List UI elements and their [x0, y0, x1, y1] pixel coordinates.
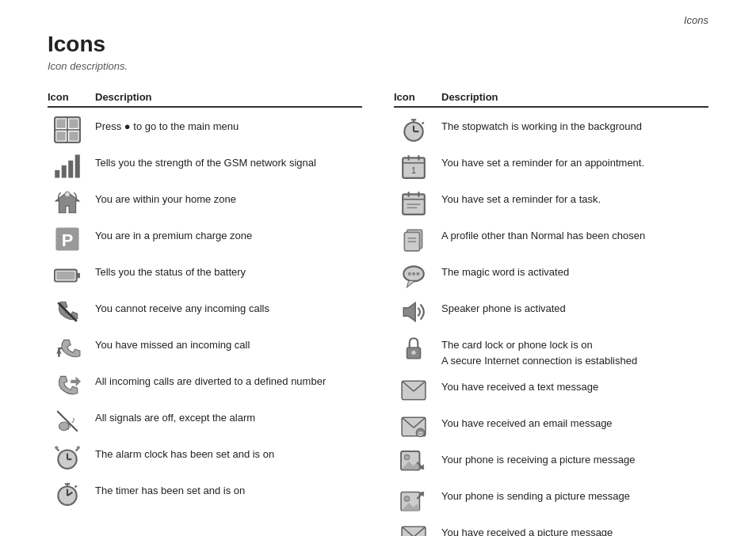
pic-send-icon: [394, 485, 433, 514]
svg-text:♪: ♪: [71, 414, 75, 424]
svg-point-76: [404, 454, 409, 459]
alarm-icon: [48, 443, 87, 472]
missed-call-icon: [48, 334, 87, 363]
home-zone-icon: [48, 188, 87, 217]
svg-rect-10: [75, 154, 80, 177]
premium-icon: P: [48, 225, 87, 253]
svg-text:@: @: [418, 430, 424, 437]
svg-rect-4: [69, 119, 78, 127]
list-item: @ You have received an email message: [394, 412, 708, 441]
right-icon-header: Icon: [394, 91, 433, 103]
left-col-header: Icon Description: [48, 91, 362, 108]
desc-cell: You have received a picture message: [441, 522, 708, 536]
page-container: Icons Icons Icon descriptions. Icon Desc…: [0, 0, 756, 536]
svg-point-30: [77, 446, 80, 449]
desc-cell: You have missed an incoming call: [95, 334, 362, 353]
svg-rect-17: [77, 273, 80, 278]
silent-icon: ♪ ♪: [48, 407, 87, 435]
email-msg-icon: @: [394, 412, 433, 441]
desc-cell: A profile other than Normal has been cho…: [441, 225, 708, 244]
desc-cell: You are in a premium charge zone: [95, 225, 362, 244]
desc-cell: You have received a text message: [441, 376, 708, 395]
signal-icon: [48, 152, 87, 181]
right-col-header: Icon Description: [394, 91, 708, 108]
desc-cell: The magic word is activated: [441, 261, 708, 280]
svg-marker-59: [407, 280, 416, 287]
svg-point-60: [408, 272, 411, 276]
desc-cell: All incoming calls are diverted to a def…: [95, 371, 362, 390]
list-item: All incoming calls are diverted to a def…: [48, 371, 362, 399]
desc-cell: The alarm clock has been set and is on: [95, 443, 362, 462]
desc-cell: Your phone is sending a picture message: [441, 485, 708, 504]
list-item: Tells you the strength of the GSM networ…: [48, 152, 362, 181]
svg-rect-7: [55, 170, 59, 178]
list-item: P You are in a premium charge zone: [48, 225, 362, 253]
speaker-icon: [394, 298, 433, 326]
svg-rect-3: [56, 119, 65, 127]
list-item: You are within your home zone: [48, 188, 362, 217]
svg-rect-85: [402, 526, 426, 536]
svg-point-12: [65, 192, 70, 196]
top-right-label: Icons: [684, 14, 708, 26]
svg-rect-16: [56, 272, 74, 280]
no-calls-icon: [48, 298, 87, 326]
list-item: The stopwatch is working in the backgrou…: [394, 116, 708, 144]
list-item: Your phone is sending a picture message: [394, 485, 708, 514]
desc-cell: Your phone is receiving a picture messag…: [441, 449, 708, 468]
list-item: A profile other than Normal has been cho…: [394, 225, 708, 253]
desc-cell: You cannot receive any incoming calls: [95, 298, 362, 317]
task-icon: [394, 188, 433, 217]
list-item: The timer has been set and is on: [48, 480, 362, 508]
svg-line-42: [422, 122, 424, 124]
list-item: The card lock or phone lock is onA secur…: [394, 334, 708, 368]
desc-cell: The timer has been set and is on: [95, 480, 362, 499]
svg-point-81: [404, 496, 409, 501]
stopwatch-icon: [394, 116, 433, 144]
right-column: Icon Description: [394, 91, 708, 536]
list-item: You cannot receive any incoming calls: [48, 298, 362, 326]
grid-icon: [48, 116, 87, 144]
pic-msg-icon: [394, 522, 433, 536]
list-item: ♪ ♪ All signals are off, except the alar…: [48, 407, 362, 435]
svg-rect-6: [69, 131, 78, 140]
list-item: The magic word is activated: [394, 261, 708, 290]
list-item: You have received a picture message: [394, 522, 708, 536]
profile-icon: [394, 225, 433, 253]
list-item: 1 You have set a reminder for an appoint…: [394, 152, 708, 181]
list-item: You have missed an incoming call: [48, 334, 362, 363]
svg-point-29: [55, 446, 58, 449]
svg-marker-63: [403, 302, 415, 321]
page-subtitle: Icon descriptions.: [48, 60, 708, 72]
desc-cell: Press ● to go to the main menu: [95, 116, 362, 135]
content-columns: Icon Description: [48, 91, 708, 536]
battery-icon: [48, 261, 87, 290]
svg-text:1: 1: [411, 165, 417, 175]
list-item: Tells you the status of the battery: [48, 261, 362, 290]
lock-icon: [394, 334, 433, 363]
left-icon-header: Icon: [48, 91, 87, 103]
list-item: The alarm clock has been set and is on: [48, 443, 362, 472]
appointment-icon: 1: [394, 152, 433, 181]
left-desc-header: Description: [95, 91, 152, 103]
list-item: You have set a reminder for a task.: [394, 188, 708, 217]
desc-cell: You have received an email message: [441, 412, 708, 431]
svg-rect-9: [68, 161, 73, 178]
desc-cell: Tells you the strength of the GSM networ…: [95, 152, 362, 171]
list-item: Your phone is receiving a picture messag…: [394, 449, 708, 477]
desc-cell: Tells you the status of the battery: [95, 261, 362, 280]
svg-point-65: [411, 351, 415, 355]
desc-cell: Speaker phone is activated: [441, 298, 708, 317]
svg-point-62: [416, 272, 419, 276]
svg-text:P: P: [62, 230, 74, 250]
svg-rect-5: [56, 131, 65, 140]
desc-cell: You have set a reminder for an appointme…: [441, 152, 708, 171]
magic-word-icon: [394, 261, 433, 290]
page-title: Icons: [48, 32, 708, 57]
pic-recv-icon: [394, 449, 433, 477]
desc-cell: All signals are off, except the alarm: [95, 407, 362, 426]
right-desc-header: Description: [441, 91, 498, 103]
text-msg-icon: [394, 376, 433, 405]
svg-point-61: [412, 272, 415, 276]
list-item: You have received a text message: [394, 376, 708, 405]
desc-cell: The card lock or phone lock is onA secur…: [441, 334, 708, 368]
